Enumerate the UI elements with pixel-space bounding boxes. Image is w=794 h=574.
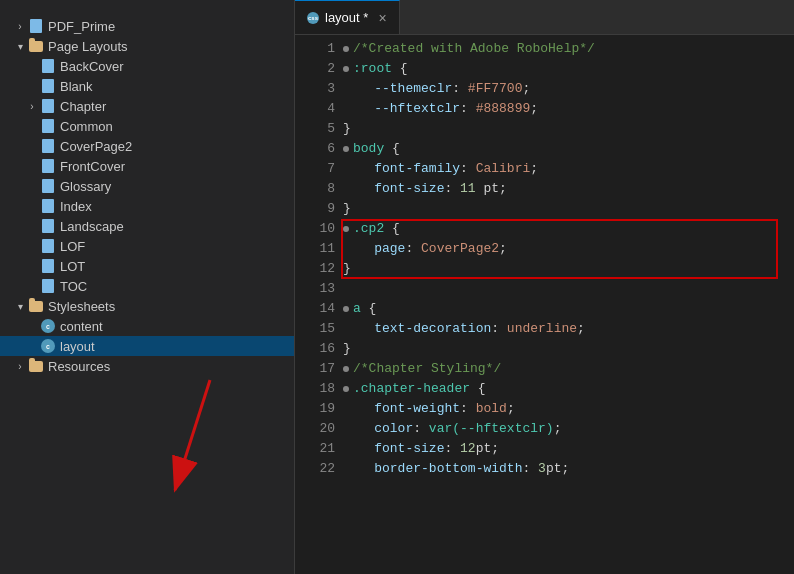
token-number: 3 (538, 459, 546, 479)
sidebar-item-coverpage2[interactable]: CoverPage2 (0, 136, 294, 156)
token-property: font-weight (374, 399, 460, 419)
token-colon: : (460, 99, 476, 119)
chevron-page-layouts[interactable] (12, 38, 28, 54)
page-icon (42, 279, 54, 293)
tab-bar: css layout * × (295, 0, 794, 35)
token-hex: #888899 (476, 99, 531, 119)
page-icon (42, 159, 54, 173)
token-colon: : (491, 319, 507, 339)
page-icon (42, 79, 54, 93)
token-semicolon: ; (522, 79, 530, 99)
line-number-11: 11 (295, 239, 335, 259)
page-icon (42, 199, 54, 213)
token-property: border-bottom-width (374, 459, 522, 479)
sidebar-item-pdf-prime[interactable]: PDF_Prime (0, 16, 294, 36)
token-semicolon: ; (561, 459, 569, 479)
line-number-3: 3 (295, 79, 335, 99)
folder-icon (29, 41, 43, 52)
line-number-21: 21 (295, 439, 335, 459)
token-property: --hftextclr (374, 99, 460, 119)
token-colon: : (452, 79, 468, 99)
folder-icon (29, 301, 43, 312)
chevron-stylesheets[interactable] (12, 298, 28, 314)
line-number-12: 12 (295, 259, 335, 279)
sidebar-item-label-page-layouts: Page Layouts (48, 39, 128, 54)
token-value: bold (476, 399, 507, 419)
sidebar-item-label-lof: LOF (60, 239, 85, 254)
tree-container: PDF_PrimePage LayoutsBackCoverBlankChapt… (0, 16, 294, 376)
code-line-22: border-bottom-width: 3pt; (343, 459, 774, 479)
chevron-pdf-prime[interactable] (12, 18, 28, 34)
dot-indicator (343, 66, 349, 72)
line-number-13: 13 (295, 279, 335, 299)
line-number-2: 2 (295, 59, 335, 79)
token-brace: { (361, 299, 377, 319)
tab-close-button[interactable]: × (378, 10, 386, 26)
token-semicolon: ; (530, 99, 538, 119)
code-line-16: } (343, 339, 774, 359)
line-number-20: 20 (295, 419, 335, 439)
line-number-14: 14 (295, 299, 335, 319)
editor-content[interactable]: 12345678910111213141516171819202122 /*Cr… (295, 35, 794, 574)
sidebar-item-index[interactable]: Index (0, 196, 294, 216)
sidebar-item-common[interactable]: Common (0, 116, 294, 136)
code-line-21: font-size: 12pt; (343, 439, 774, 459)
sidebar-item-stylesheets[interactable]: Stylesheets (0, 296, 294, 316)
token-unit: pt (546, 459, 562, 479)
code-line-17: /*Chapter Styling*/ (343, 359, 774, 379)
token-colon: : (444, 439, 460, 459)
sidebar-item-glossary[interactable]: Glossary (0, 176, 294, 196)
line-number-4: 4 (295, 99, 335, 119)
token-var: var(--hftextclr) (429, 419, 554, 439)
sidebar-item-lot[interactable]: LOT (0, 256, 294, 276)
dot-indicator (343, 46, 349, 52)
sidebar-item-landscape[interactable]: Landscape (0, 216, 294, 236)
sidebar-item-toc[interactable]: TOC (0, 276, 294, 296)
sidebar-item-layout[interactable]: clayout (0, 336, 294, 356)
token-brace: } (343, 339, 351, 359)
sidebar-item-backcover[interactable]: BackCover (0, 56, 294, 76)
code-line-18: .chapter-header { (343, 379, 774, 399)
sidebar-item-page-layouts[interactable]: Page Layouts (0, 36, 294, 56)
token-brace: } (343, 199, 351, 219)
token-semicolon: ; (554, 419, 562, 439)
token-property: font-size (374, 179, 444, 199)
sidebar-item-lof[interactable]: LOF (0, 236, 294, 256)
sidebar-item-label-common: Common (60, 119, 113, 134)
token-value: underline (507, 319, 577, 339)
token-selector: .cp2 (353, 219, 384, 239)
sidebar-item-content[interactable]: ccontent (0, 316, 294, 336)
line-number-9: 9 (295, 199, 335, 219)
token-selector: a (353, 299, 361, 319)
token-colon: : (460, 399, 476, 419)
code-line-10: .cp2 { (343, 219, 774, 239)
sidebar-item-resources[interactable]: Resources (0, 356, 294, 376)
dot-indicator (343, 226, 349, 232)
token-number: 12 (460, 439, 476, 459)
token-value: Calibri (476, 159, 531, 179)
token-space (343, 99, 374, 119)
sidebar-item-frontcover[interactable]: FrontCover (0, 156, 294, 176)
dot-indicator (343, 306, 349, 312)
chevron-chapter[interactable] (24, 98, 40, 114)
tab-layout[interactable]: css layout * × (295, 0, 400, 34)
token-brace: { (470, 379, 486, 399)
dot-indicator (343, 386, 349, 392)
token-brace: } (343, 259, 351, 279)
code-line-1: /*Created with Adobe RoboHelp*/ (343, 39, 774, 59)
sidebar-item-blank[interactable]: Blank (0, 76, 294, 96)
sidebar-item-label-coverpage2: CoverPage2 (60, 139, 132, 154)
sidebar-item-label-chapter: Chapter (60, 99, 106, 114)
token-selector: :root (353, 59, 392, 79)
line-number-15: 15 (295, 319, 335, 339)
line-number-19: 19 (295, 399, 335, 419)
code-line-12: } (343, 259, 774, 279)
sidebar-item-label-pdf-prime: PDF_Prime (48, 19, 115, 34)
token-semicolon: ; (530, 159, 538, 179)
line-number-7: 7 (295, 159, 335, 179)
line-number-8: 8 (295, 179, 335, 199)
sidebar-item-chapter[interactable]: Chapter (0, 96, 294, 116)
page-icon (30, 19, 42, 33)
sidebar-item-label-frontcover: FrontCover (60, 159, 125, 174)
chevron-resources[interactable] (12, 358, 28, 374)
